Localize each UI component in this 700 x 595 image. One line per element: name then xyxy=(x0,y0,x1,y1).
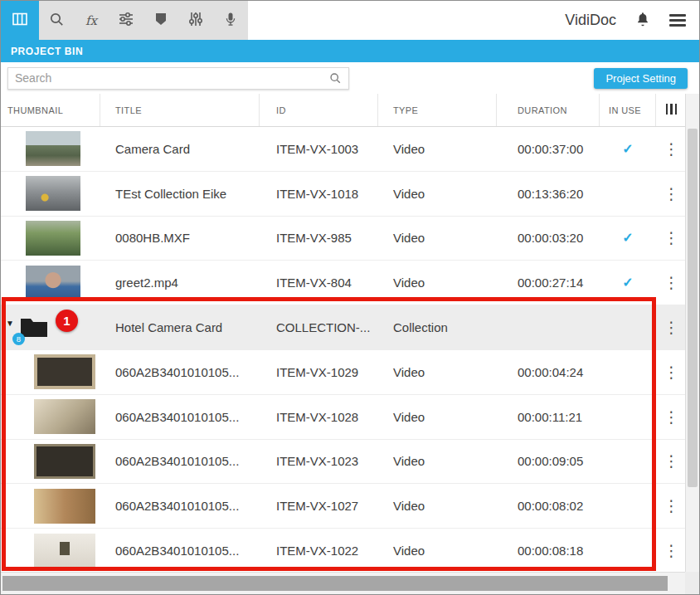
item-title: 0080HB.MXF xyxy=(100,217,260,261)
search-tool-button[interactable] xyxy=(39,1,74,40)
thumbnail-image xyxy=(34,489,95,524)
table-row[interactable]: TEst Collection Eike ITEM-VX-1018 Video … xyxy=(1,172,687,217)
row-menu-button[interactable]: ⋮ xyxy=(664,230,679,246)
item-id: ITEM-VX-1027 xyxy=(260,484,378,528)
header-type[interactable]: TYPE xyxy=(378,94,497,126)
table-row[interactable]: Camera Card ITEM-VX-1003 Video 00:00:37:… xyxy=(1,127,687,172)
row-menu-button[interactable]: ⋮ xyxy=(664,141,679,157)
item-type: Video xyxy=(378,440,497,484)
table-row[interactable]: 060A2B3401010105... ITEM-VX-1022 Video 0… xyxy=(1,529,687,573)
item-id: COLLECTION-... xyxy=(260,305,378,349)
item-type: Video xyxy=(378,395,497,439)
vertical-scrollbar-thumb[interactable] xyxy=(688,129,698,487)
thumbnail-image xyxy=(34,354,95,389)
thumbnail-image xyxy=(34,444,95,479)
item-duration: 00:00:08:02 xyxy=(497,484,600,528)
item-id: ITEM-VX-1029 xyxy=(260,350,378,394)
header-title[interactable]: TITLE xyxy=(100,94,260,126)
item-title: 060A2B3401010105... xyxy=(100,484,260,528)
search-box xyxy=(7,67,349,90)
search-icon xyxy=(48,11,65,31)
table-row[interactable]: 060A2B3401010105... ITEM-VX-1029 Video 0… xyxy=(1,350,687,395)
top-toolbar: fx Vi xyxy=(1,1,699,40)
row-menu-button[interactable]: ⋮ xyxy=(664,543,679,558)
horizontal-scrollbar-thumb[interactable] xyxy=(2,576,668,591)
search-field-icon xyxy=(328,71,348,85)
row-menu-button[interactable]: ⋮ xyxy=(664,453,679,469)
thumbnail-image xyxy=(26,221,80,256)
header-duration[interactable]: DURATION xyxy=(497,94,600,126)
column-settings-button[interactable] xyxy=(656,94,687,126)
vertical-scrollbar[interactable] xyxy=(685,94,699,573)
search-input[interactable] xyxy=(8,71,328,85)
search-row: Project Setting xyxy=(1,62,699,94)
sliders-vertical-icon xyxy=(187,11,204,31)
tune-tool-button[interactable] xyxy=(109,1,143,40)
tag-icon xyxy=(153,12,168,30)
item-duration: 00:00:03:20 xyxy=(497,217,600,261)
table-row-collection[interactable]: ▼ 8 1 Hotel Camera Card COLLECTION-... C… xyxy=(1,305,687,350)
item-title: Hotel Camera Card xyxy=(100,305,260,349)
item-type: Collection xyxy=(378,305,497,349)
collection-expander-icon[interactable]: ▼ xyxy=(6,319,14,328)
row-menu-button[interactable]: ⋮ xyxy=(664,364,679,380)
item-id: ITEM-VX-804 xyxy=(260,261,378,305)
row-menu-button[interactable]: ⋮ xyxy=(664,319,679,335)
panel-title: PROJECT BIN xyxy=(11,46,83,57)
item-duration: 00:00:27:14 xyxy=(497,261,600,305)
layout-columns-icon xyxy=(11,10,29,32)
thumbnail-image xyxy=(26,266,80,300)
hamburger-menu-button[interactable] xyxy=(669,12,686,29)
row-menu-button[interactable]: ⋮ xyxy=(664,275,679,290)
item-type: Video xyxy=(378,529,497,573)
header-thumbnail[interactable]: THUMBNAIL xyxy=(1,94,100,126)
filters-tool-button[interactable] xyxy=(178,1,213,40)
thumbnail-image xyxy=(26,176,80,211)
effects-tool-button[interactable]: fx xyxy=(74,1,109,40)
table-row[interactable]: 060A2B3401010105... ITEM-VX-1027 Video 0… xyxy=(1,484,687,529)
item-type: Video xyxy=(378,261,497,305)
item-duration: 00:00:11:21 xyxy=(497,395,600,439)
item-type: Video xyxy=(378,172,497,216)
item-id: ITEM-VX-1022 xyxy=(260,529,378,573)
item-title: 060A2B3401010105... xyxy=(100,529,260,573)
row-menu-button[interactable]: ⋮ xyxy=(664,186,679,202)
annotation-step-circle: 1 xyxy=(56,310,78,332)
tune-icon xyxy=(118,11,134,31)
row-menu-button[interactable]: ⋮ xyxy=(664,409,679,425)
item-id: ITEM-VX-985 xyxy=(260,217,378,261)
table-row[interactable]: 060A2B3401010105... ITEM-VX-1023 Video 0… xyxy=(1,440,687,485)
item-type: Video xyxy=(378,350,497,394)
item-title: greet2.mp4 xyxy=(100,261,260,305)
microphone-icon xyxy=(222,11,239,31)
notifications-button[interactable] xyxy=(634,11,651,31)
item-title: 060A2B3401010105... xyxy=(100,395,260,439)
item-title: 060A2B3401010105... xyxy=(100,350,260,394)
table-header-row: THUMBNAIL TITLE ID TYPE DURATION IN USE xyxy=(1,94,687,127)
item-duration: 00:00:08:18 xyxy=(497,529,600,573)
table-row[interactable]: 0080HB.MXF ITEM-VX-985 Video 00:00:03:20… xyxy=(1,217,687,261)
header-id[interactable]: ID xyxy=(260,94,378,126)
columns-icon xyxy=(664,104,678,116)
thumbnail-image xyxy=(34,534,95,568)
table-row[interactable]: 060A2B3401010105... ITEM-VX-1028 Video 0… xyxy=(1,395,687,440)
header-in-use[interactable]: IN USE xyxy=(600,94,656,126)
row-menu-button[interactable]: ⋮ xyxy=(664,498,679,514)
item-id: ITEM-VX-1023 xyxy=(260,440,378,484)
horizontal-scrollbar[interactable] xyxy=(1,572,687,594)
item-duration xyxy=(497,305,600,349)
item-id: ITEM-VX-1003 xyxy=(260,127,378,171)
project-setting-button[interactable]: Project Setting xyxy=(594,68,688,89)
table-row[interactable]: greet2.mp4 ITEM-VX-804 Video 00:00:27:14… xyxy=(1,261,687,305)
project-bin-view-button[interactable] xyxy=(1,1,39,40)
item-duration: 00:00:04:24 xyxy=(497,350,600,394)
microphone-tool-button[interactable] xyxy=(213,1,248,40)
collection-count-badge: 8 xyxy=(12,333,25,345)
item-title: 060A2B3401010105... xyxy=(100,440,260,484)
project-bin-header: PROJECT BIN xyxy=(1,40,699,62)
item-title: TEst Collection Eike xyxy=(100,172,260,216)
item-type: Video xyxy=(378,127,497,171)
tag-tool-button[interactable] xyxy=(143,1,178,40)
toolbar-right: VidiDoc xyxy=(565,11,699,31)
effects-icon: fx xyxy=(85,13,97,28)
